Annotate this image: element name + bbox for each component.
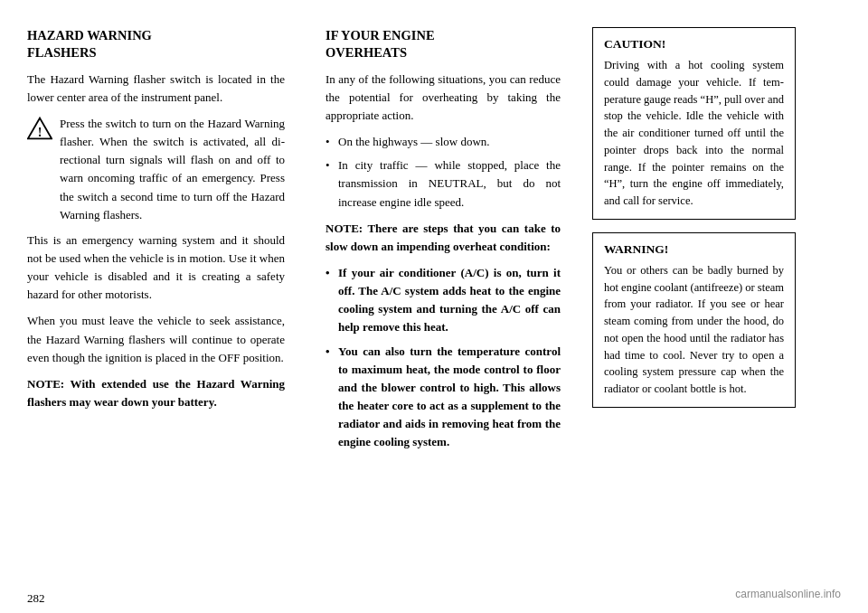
page-number: 282 — [27, 591, 45, 606]
bullet-item-2: In city traffic — while stopped, place t… — [326, 156, 561, 211]
left-para3: When you must leave the vehicle to seek … — [27, 312, 285, 366]
left-note: NOTE: With extended use the Hazard Warni… — [27, 375, 285, 411]
warning-text: You or others can be badly burned by hot… — [604, 262, 784, 398]
bullet-item-3: If your air conditioner (A/C) is on, tur… — [326, 264, 561, 337]
bullet-list-top: On the highways — slow down. In city tra… — [326, 133, 561, 212]
middle-note-bold: NOTE: There are steps that you can take … — [326, 220, 561, 256]
warning-triangle-icon: ! — [27, 116, 52, 141]
svg-text:!: ! — [38, 126, 42, 139]
right-column: CAUTION! Driving with a hot cooling syst… — [588, 27, 796, 575]
bullet-item-1: On the highways — slow down. — [326, 133, 561, 151]
warning-box: WARNING! You or others can be badly burn… — [592, 232, 796, 408]
caution-title: CAUTION! — [604, 37, 784, 52]
watermark: carmanualsonline.info — [735, 588, 841, 600]
content-area: HAZARD WARNING FLASHERS The Hazard Warni… — [0, 0, 868, 584]
bullet-list-bottom: If your air conditioner (A/C) is on, tur… — [326, 264, 561, 451]
warning-icon-row: ! Press the switch to turn on the Hazard… — [27, 115, 285, 224]
left-para2: This is an emergency warning system and … — [27, 231, 285, 305]
middle-title: IF YOUR ENGINE OVERHEATS — [326, 27, 561, 61]
caution-box: CAUTION! Driving with a hot cooling syst… — [592, 27, 796, 220]
middle-column: IF YOUR ENGINE OVERHEATS In any of the f… — [316, 27, 570, 575]
left-column: HAZARD WARNING FLASHERS The Hazard Warni… — [27, 27, 298, 575]
middle-para1: In any of the following situations, you … — [326, 71, 561, 125]
warning-title: WARNING! — [604, 242, 784, 257]
bullet-item-4: You can also turn the tempera­ture contr… — [326, 343, 561, 452]
left-title: HAZARD WARNING FLASHERS — [27, 27, 285, 61]
warning-icon-text: Press the switch to turn on the Hazard W… — [60, 115, 285, 224]
left-para1: The Hazard Warning flasher switch is loc… — [27, 71, 285, 107]
caution-text: Driving with a hot cooling system could … — [604, 57, 784, 210]
page: HAZARD WARNING FLASHERS The Hazard Warni… — [0, 0, 868, 613]
